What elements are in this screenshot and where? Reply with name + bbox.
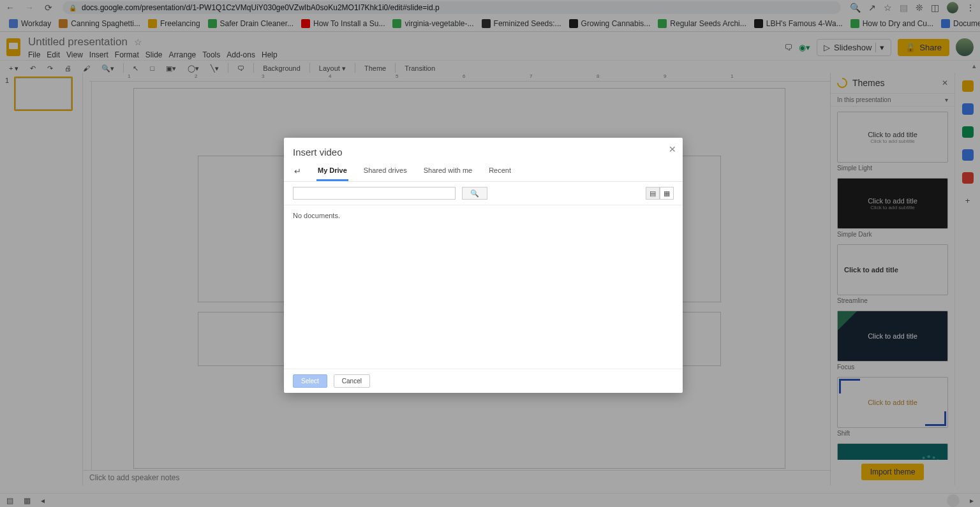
dialog-back-icon[interactable]: ↵ (293, 161, 302, 181)
dialog-view-toggle: ▤ ▦ (646, 187, 674, 200)
list-view-icon[interactable]: ▤ (646, 187, 660, 200)
dialog-tab[interactable]: Shared drives (362, 161, 408, 181)
dialog-tab[interactable]: My Drive (316, 161, 348, 181)
dialog-tab[interactable]: Recent (487, 161, 512, 181)
dialog-select-button[interactable]: Select (293, 374, 327, 388)
dialog-empty-text: No documents. (293, 212, 340, 219)
dialog-body: No documents. (284, 205, 683, 369)
insert-video-dialog: Insert video ✕ ↵ My DriveShared drivesSh… (284, 138, 683, 393)
dialog-cancel-button[interactable]: Cancel (334, 374, 370, 388)
dialog-tab[interactable]: Shared with me (422, 161, 473, 181)
dialog-search-button[interactable]: 🔍 (462, 187, 487, 200)
grid-view-icon-dlg[interactable]: ▦ (660, 187, 674, 200)
dialog-close-icon[interactable]: ✕ (669, 144, 676, 154)
dialog-title: Insert video (284, 138, 683, 161)
dialog-search-input[interactable] (293, 187, 456, 200)
dialog-tabs: ↵ My DriveShared drivesShared with meRec… (284, 161, 683, 182)
dialog-toolbar: 🔍 ▤ ▦ (284, 182, 683, 205)
dialog-footer: Select Cancel (284, 369, 683, 393)
